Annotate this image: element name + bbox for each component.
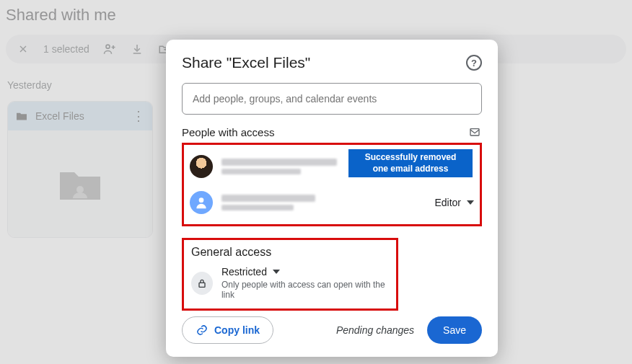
people-with-access-heading: People with access bbox=[182, 126, 274, 138]
copy-link-button[interactable]: Copy link bbox=[182, 316, 273, 344]
add-people-input[interactable] bbox=[182, 83, 482, 115]
selection-count: 1 selected bbox=[43, 43, 89, 55]
chevron-down-icon bbox=[467, 200, 474, 205]
more-icon[interactable]: ⋮ bbox=[132, 108, 145, 124]
share-dialog: Share "Excel Files" ? People with access… bbox=[166, 40, 498, 357]
pending-changes-label: Pending changes bbox=[336, 324, 414, 336]
close-icon[interactable] bbox=[16, 42, 30, 56]
access-level-description: Only people with access can open with th… bbox=[221, 280, 389, 300]
person-row-owner: Successfully removed one email address bbox=[190, 152, 474, 181]
role-picker[interactable]: Editor bbox=[434, 197, 474, 208]
page-title: Shared with me bbox=[6, 6, 116, 25]
general-access-section: General access Restricted Only people wi… bbox=[182, 238, 398, 311]
avatar bbox=[190, 191, 213, 214]
svg-point-0 bbox=[106, 45, 110, 48]
section-yesterday: Yesterday bbox=[7, 79, 52, 91]
people-access-list: Successfully removed one email address E… bbox=[182, 143, 482, 226]
general-access-heading: General access bbox=[191, 246, 389, 259]
removal-toast: Successfully removed one email address bbox=[348, 149, 473, 177]
role-label: Editor bbox=[434, 197, 461, 208]
svg-rect-4 bbox=[199, 283, 205, 287]
chevron-down-icon bbox=[273, 270, 280, 274]
svg-point-3 bbox=[199, 197, 204, 203]
help-icon[interactable]: ? bbox=[466, 55, 482, 71]
lock-icon bbox=[191, 272, 213, 295]
file-card[interactable]: Excel Files ⋮ bbox=[7, 101, 153, 238]
person-identity-redacted bbox=[221, 159, 337, 174]
share-person-icon[interactable] bbox=[102, 42, 117, 56]
svg-point-1 bbox=[76, 186, 84, 193]
avatar bbox=[190, 155, 213, 178]
folder-preview-icon bbox=[57, 165, 103, 204]
svg-rect-2 bbox=[470, 128, 479, 135]
dialog-title: Share "Excel Files" bbox=[182, 54, 466, 71]
download-icon[interactable] bbox=[130, 42, 144, 56]
save-button[interactable]: Save bbox=[427, 316, 482, 344]
shared-folder-icon bbox=[15, 111, 28, 121]
person-row-editor: Editor bbox=[190, 188, 474, 217]
link-icon bbox=[196, 324, 209, 337]
file-name: Excel Files bbox=[35, 110, 84, 122]
person-identity-redacted bbox=[221, 195, 315, 210]
access-level-picker[interactable]: Restricted bbox=[221, 266, 389, 278]
notify-icon[interactable] bbox=[468, 127, 482, 138]
